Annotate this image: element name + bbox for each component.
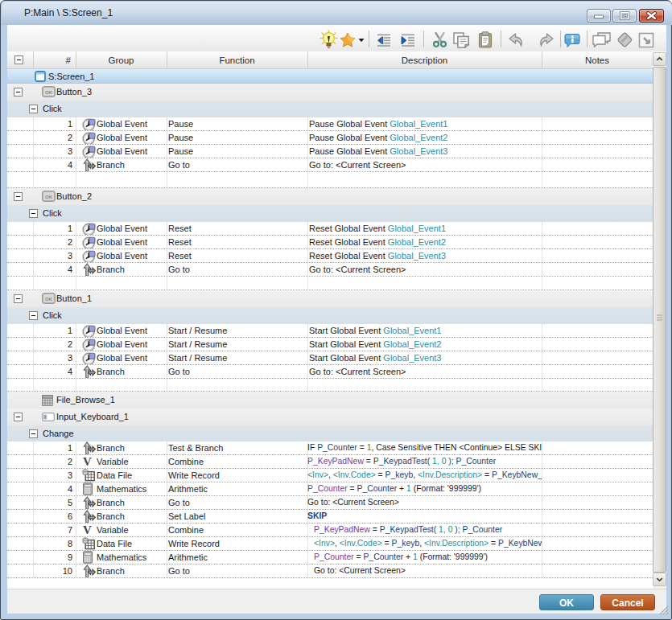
svg-text:V: V	[83, 524, 92, 536]
svg-text:OK: OK	[45, 297, 53, 302]
svg-text:V: V	[83, 455, 92, 467]
svg-text:OK: OK	[45, 90, 53, 95]
svg-text:OK: OK	[45, 195, 53, 199]
